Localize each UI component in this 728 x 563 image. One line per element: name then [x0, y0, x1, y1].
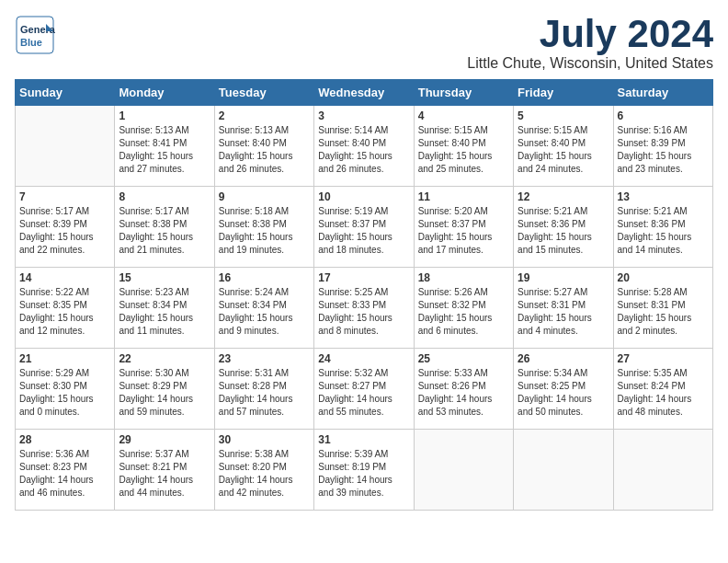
day-detail: Sunrise: 5:32 AMSunset: 8:27 PMDaylight:… [318, 367, 409, 419]
location: Little Chute, Wisconsin, United States [467, 55, 713, 72]
sunset: Sunset: 8:19 PM [318, 462, 386, 472]
calendar-cell [16, 106, 115, 187]
weekday-header-friday: Friday [514, 80, 613, 106]
sunset: Sunset: 8:37 PM [418, 219, 486, 229]
day-number: 7 [19, 190, 110, 203]
sunrise: Sunrise: 5:27 AM [518, 287, 587, 297]
daylight: Daylight: 15 hours and 19 minutes. [219, 232, 293, 255]
day-number: 19 [518, 271, 609, 284]
sunrise: Sunrise: 5:34 AM [518, 368, 587, 378]
day-detail: Sunrise: 5:16 AMSunset: 8:39 PMDaylight:… [618, 124, 709, 176]
daylight: Daylight: 15 hours and 14 minutes. [618, 232, 692, 255]
day-number: 1 [119, 109, 210, 122]
sunset: Sunset: 8:23 PM [19, 462, 87, 472]
calendar-cell: 29Sunrise: 5:37 AMSunset: 8:21 PMDayligh… [115, 430, 214, 511]
day-number: 23 [219, 352, 310, 365]
sunrise: Sunrise: 5:18 AM [219, 206, 289, 216]
sunrise: Sunrise: 5:35 AM [618, 368, 688, 378]
calendar-week-2: 7Sunrise: 5:17 AMSunset: 8:39 PMDaylight… [16, 187, 713, 268]
sunset: Sunset: 8:35 PM [19, 300, 87, 310]
sunset: Sunset: 8:25 PM [518, 381, 586, 391]
calendar-cell: 27Sunrise: 5:35 AMSunset: 8:24 PMDayligh… [613, 349, 712, 430]
title-block: July 2024 Little Chute, Wisconsin, Unite… [467, 15, 713, 72]
day-detail: Sunrise: 5:31 AMSunset: 8:28 PMDaylight:… [219, 367, 310, 419]
sunset: Sunset: 8:31 PM [518, 300, 586, 310]
calendar-cell: 19Sunrise: 5:27 AMSunset: 8:31 PMDayligh… [514, 268, 613, 349]
daylight: Daylight: 15 hours and 26 minutes. [318, 151, 392, 174]
day-detail: Sunrise: 5:13 AMSunset: 8:40 PMDaylight:… [219, 124, 310, 176]
day-detail: Sunrise: 5:17 AMSunset: 8:38 PMDaylight:… [119, 205, 210, 257]
sunset: Sunset: 8:26 PM [418, 381, 486, 391]
day-number: 18 [418, 271, 509, 284]
day-number: 15 [119, 271, 210, 284]
day-detail: Sunrise: 5:21 AMSunset: 8:36 PMDaylight:… [618, 205, 709, 257]
sunset: Sunset: 8:40 PM [219, 138, 287, 148]
sunset: Sunset: 8:31 PM [618, 300, 686, 310]
calendar-week-1: 1Sunrise: 5:13 AMSunset: 8:41 PMDaylight… [16, 106, 713, 187]
daylight: Daylight: 14 hours and 48 minutes. [618, 394, 692, 417]
sunset: Sunset: 8:36 PM [618, 219, 686, 229]
day-detail: Sunrise: 5:25 AMSunset: 8:33 PMDaylight:… [318, 286, 409, 338]
sunrise: Sunrise: 5:19 AM [318, 206, 388, 216]
sunset: Sunset: 8:33 PM [318, 300, 386, 310]
calendar-cell: 16Sunrise: 5:24 AMSunset: 8:34 PMDayligh… [214, 268, 313, 349]
sunrise: Sunrise: 5:28 AM [618, 287, 688, 297]
day-detail: Sunrise: 5:13 AMSunset: 8:41 PMDaylight:… [119, 124, 210, 176]
daylight: Daylight: 15 hours and 6 minutes. [418, 313, 493, 336]
sunset: Sunset: 8:21 PM [119, 462, 187, 472]
day-number: 8 [119, 190, 210, 203]
day-detail: Sunrise: 5:23 AMSunset: 8:34 PMDaylight:… [119, 286, 210, 338]
sunset: Sunset: 8:39 PM [19, 219, 87, 229]
sunset: Sunset: 8:34 PM [219, 300, 287, 310]
sunset: Sunset: 8:32 PM [418, 300, 486, 310]
daylight: Daylight: 15 hours and 15 minutes. [518, 232, 592, 255]
sunrise: Sunrise: 5:17 AM [119, 206, 188, 216]
day-number: 6 [618, 109, 709, 122]
sunset: Sunset: 8:34 PM [119, 300, 187, 310]
calendar-cell: 13Sunrise: 5:21 AMSunset: 8:36 PMDayligh… [613, 187, 712, 268]
day-detail: Sunrise: 5:39 AMSunset: 8:19 PMDaylight:… [318, 448, 409, 500]
sunrise: Sunrise: 5:13 AM [119, 125, 188, 135]
daylight: Daylight: 15 hours and 18 minutes. [318, 232, 392, 255]
day-detail: Sunrise: 5:15 AMSunset: 8:40 PMDaylight:… [418, 124, 509, 176]
sunrise: Sunrise: 5:14 AM [318, 125, 388, 135]
day-number: 26 [518, 352, 609, 365]
day-number: 13 [618, 190, 709, 203]
day-detail: Sunrise: 5:38 AMSunset: 8:20 PMDaylight:… [219, 448, 310, 500]
sunrise: Sunrise: 5:15 AM [518, 125, 587, 135]
sunrise: Sunrise: 5:33 AM [418, 368, 488, 378]
day-detail: Sunrise: 5:19 AMSunset: 8:37 PMDaylight:… [318, 205, 409, 257]
day-number: 31 [318, 433, 409, 446]
daylight: Daylight: 14 hours and 46 minutes. [19, 475, 94, 498]
sunset: Sunset: 8:27 PM [318, 381, 386, 391]
daylight: Daylight: 15 hours and 8 minutes. [318, 313, 392, 336]
sunset: Sunset: 8:39 PM [618, 138, 686, 148]
sunset: Sunset: 8:38 PM [219, 219, 287, 229]
day-detail: Sunrise: 5:22 AMSunset: 8:35 PMDaylight:… [19, 286, 110, 338]
calendar-week-5: 28Sunrise: 5:36 AMSunset: 8:23 PMDayligh… [16, 430, 713, 511]
calendar-cell: 17Sunrise: 5:25 AMSunset: 8:33 PMDayligh… [314, 268, 414, 349]
day-number: 16 [219, 271, 310, 284]
daylight: Daylight: 15 hours and 2 minutes. [618, 313, 692, 336]
daylight: Daylight: 14 hours and 50 minutes. [518, 394, 592, 417]
daylight: Daylight: 15 hours and 0 minutes. [19, 394, 94, 417]
day-detail: Sunrise: 5:27 AMSunset: 8:31 PMDaylight:… [518, 286, 609, 338]
calendar-cell: 8Sunrise: 5:17 AMSunset: 8:38 PMDaylight… [115, 187, 214, 268]
daylight: Daylight: 15 hours and 11 minutes. [119, 313, 193, 336]
sunset: Sunset: 8:29 PM [119, 381, 187, 391]
sunrise: Sunrise: 5:22 AM [19, 287, 89, 297]
calendar-cell: 3Sunrise: 5:14 AMSunset: 8:40 PMDaylight… [314, 106, 414, 187]
weekday-header-sunday: Sunday [16, 80, 115, 106]
sunrise: Sunrise: 5:21 AM [618, 206, 688, 216]
weekday-header-saturday: Saturday [613, 80, 712, 106]
daylight: Daylight: 15 hours and 4 minutes. [518, 313, 592, 336]
day-number: 2 [219, 109, 310, 122]
sunrise: Sunrise: 5:37 AM [119, 449, 188, 459]
daylight: Daylight: 14 hours and 39 minutes. [318, 475, 392, 498]
calendar-week-4: 21Sunrise: 5:29 AMSunset: 8:30 PMDayligh… [16, 349, 713, 430]
calendar-cell: 24Sunrise: 5:32 AMSunset: 8:27 PMDayligh… [314, 349, 414, 430]
logo: General Blue [15, 15, 55, 55]
sunrise: Sunrise: 5:39 AM [318, 449, 388, 459]
day-detail: Sunrise: 5:33 AMSunset: 8:26 PMDaylight:… [418, 367, 509, 419]
sunrise: Sunrise: 5:38 AM [219, 449, 289, 459]
